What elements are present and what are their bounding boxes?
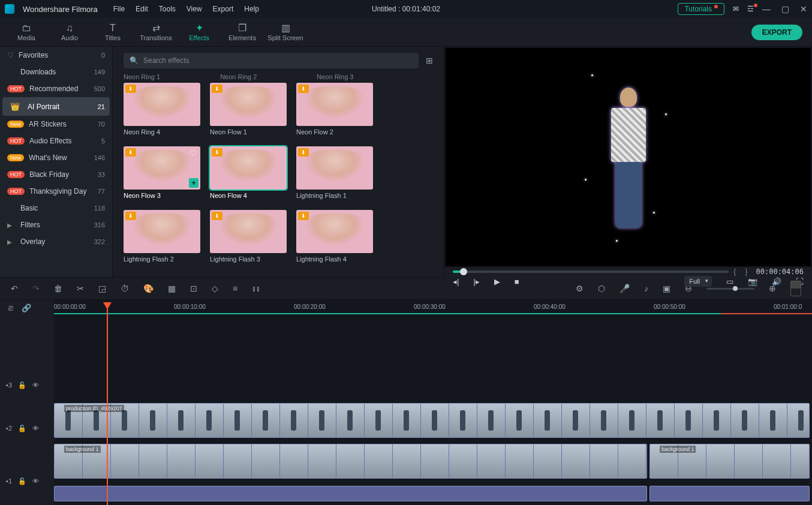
menu-export[interactable]: Export xyxy=(213,5,234,13)
sidebar-item-black-friday[interactable]: HOTBlack Friday33 xyxy=(0,166,112,183)
sidebar-item-favorites[interactable]: ♡Favorites0 xyxy=(0,47,112,64)
split-icon[interactable]: ✂ xyxy=(77,284,84,293)
auto-ripple-toggle[interactable] xyxy=(790,281,801,296)
sidebar-item-recommended[interactable]: HOTRecommended500 xyxy=(0,80,112,97)
audio-wave-icon[interactable]: ⫾⫾ xyxy=(252,284,260,293)
sidebar-item-ai-portrait[interactable]: 👑AI Portrait21 xyxy=(2,97,110,116)
undo-icon[interactable]: ↶ xyxy=(11,284,18,293)
minimize-icon[interactable]: — xyxy=(762,4,771,14)
effect-neon-flow-2[interactable]: ⬇ Neon Flow 2 xyxy=(296,83,373,136)
track-header-1[interactable]: ▪1🔓👁 xyxy=(0,473,54,489)
menu-edit[interactable]: Edit xyxy=(136,5,148,13)
nav-tab-titles[interactable]: TTitles xyxy=(91,18,134,47)
manage-tracks-icon[interactable]: ⎚ xyxy=(8,303,13,312)
nav-tab-transitions[interactable]: ⇄Transitions xyxy=(134,18,178,47)
lock-icon[interactable]: 🔓 xyxy=(18,381,26,389)
nav-tab-media[interactable]: 🗀Media xyxy=(5,18,48,47)
eye-icon[interactable]: 👁 xyxy=(32,425,39,432)
effect-neon-flow-3[interactable]: ⬇ ♡+ Neon Flow 3 xyxy=(124,146,200,199)
delete-icon[interactable]: 🗑 xyxy=(54,284,62,293)
add-effect-button[interactable]: + xyxy=(189,178,199,188)
nav-tab-effects[interactable]: ✦Effects xyxy=(178,18,221,47)
stop-button[interactable]: ■ xyxy=(515,277,519,286)
clip-background-2[interactable]: ▶ background 1 xyxy=(649,444,810,479)
sidebar-item-ar-stickers[interactable]: NewAR Stickers70 xyxy=(0,116,112,133)
snap-icon[interactable]: ▣ xyxy=(663,284,670,293)
playhead[interactable] xyxy=(107,302,108,505)
menu-file[interactable]: File xyxy=(113,5,125,13)
nav-tab-split-screen[interactable]: ▥Split Screen xyxy=(264,18,307,47)
clip-audio-2[interactable] xyxy=(649,486,810,501)
redo-icon[interactable]: ↷ xyxy=(32,284,40,293)
effect-lightning-flash-1[interactable]: ⬇ Lightning Flash 1 xyxy=(296,146,373,199)
clip-audio-1[interactable] xyxy=(54,486,647,501)
sidebar-item-basic[interactable]: Basic118 xyxy=(0,200,112,217)
menu-bar: File Edit Tools View Export Help xyxy=(113,5,259,13)
link-toggle-icon[interactable]: 🔗 xyxy=(22,303,31,312)
effect-lightning-flash-3[interactable]: ⬇ Lightning Flash 3 xyxy=(210,210,287,263)
menu-tools[interactable]: Tools xyxy=(159,5,176,13)
sidebar-item-thanksgiving-day[interactable]: HOTThanksgiving Day77 xyxy=(0,183,112,200)
adjust-icon[interactable]: ≡ xyxy=(233,284,237,293)
keyframe-icon[interactable]: ◇ xyxy=(212,284,218,293)
nav-tabs: 🗀Media♫AudioTTitles⇄Transitions✦Effects❐… xyxy=(0,18,812,47)
audio-mixer-icon[interactable]: ♪ xyxy=(644,284,648,293)
effect-neon-flow-1[interactable]: ⬇ Neon Flow 1 xyxy=(210,83,287,136)
play-button[interactable]: ▶ xyxy=(494,277,500,286)
zoom-slider[interactable] xyxy=(706,288,754,290)
clip-label: background 1 xyxy=(660,446,696,453)
lock-icon[interactable]: 🔓 xyxy=(18,425,26,432)
export-button[interactable]: EXPORT xyxy=(751,25,802,40)
menu-view[interactable]: View xyxy=(187,5,202,13)
menu-help[interactable]: Help xyxy=(244,5,259,13)
zoom-in-icon[interactable]: ⊕ xyxy=(769,284,776,293)
next-frame-button[interactable]: |▸ xyxy=(473,277,479,286)
timeline-ruler[interactable]: 00:00:00:0000:00:10:0000:00:20:0000:00:3… xyxy=(54,303,812,318)
sidebar-item-audio-effects[interactable]: HOTAudio Effects5 xyxy=(0,133,112,149)
sidebar-item-filters[interactable]: ▶Filters316 xyxy=(0,217,112,233)
render-icon[interactable]: ⚙ xyxy=(576,284,584,293)
speed-icon[interactable]: ⏱ xyxy=(121,284,129,293)
greenscreen-icon[interactable]: ▦ xyxy=(168,284,176,293)
eye-icon[interactable]: 👁 xyxy=(32,381,39,389)
mail-icon[interactable]: ✉ xyxy=(733,5,739,13)
snapshot-icon[interactable]: 📷 xyxy=(748,277,757,286)
effect-neon-ring-4[interactable]: ⬇ Neon Ring 4 xyxy=(124,83,200,136)
tutorials-button[interactable]: Tutorials xyxy=(678,3,724,15)
mark-in-out-icon[interactable]: { } xyxy=(733,267,751,276)
prev-frame-button[interactable]: ◂| xyxy=(453,277,459,286)
maximize-icon[interactable]: ▢ xyxy=(781,4,789,14)
sidebar-item-overlay[interactable]: ▶Overlay322 xyxy=(0,233,112,250)
motion-track-icon[interactable]: ⊡ xyxy=(190,284,197,293)
marker-icon[interactable]: ⬡ xyxy=(598,284,605,293)
preview-video[interactable] xyxy=(446,48,811,266)
color-icon[interactable]: 🎨 xyxy=(143,284,154,293)
tasklist-icon[interactable]: ☲ xyxy=(747,5,754,13)
close-icon[interactable]: ✕ xyxy=(800,4,807,14)
track-header-3[interactable]: ▪3🔓👁 xyxy=(0,377,54,393)
display-icon[interactable]: ▭ xyxy=(726,277,733,286)
sidebar-item-downloads[interactable]: Downloads149 xyxy=(0,64,112,80)
clip-video[interactable]: ▶ production ID_4929207 xyxy=(54,403,810,438)
effects-sidebar[interactable]: ♡Favorites0Downloads149HOTRecommended500… xyxy=(0,47,113,277)
search-input[interactable]: 🔍 Search effects xyxy=(124,53,419,68)
track-header-2[interactable]: ▪2🔓👁 xyxy=(0,420,54,437)
quality-select[interactable]: Full xyxy=(684,276,712,287)
eye-icon[interactable]: 👁 xyxy=(32,477,39,485)
favorite-icon[interactable]: ♡ xyxy=(190,149,197,158)
effect-lightning-flash-2[interactable]: ⬇ Lightning Flash 2 xyxy=(124,210,200,263)
effect-neon-flow-4[interactable]: ⬇ Neon Flow 4 xyxy=(210,146,287,199)
seek-slider[interactable] xyxy=(453,270,729,273)
voiceover-icon[interactable]: 🎤 xyxy=(619,284,630,293)
crop-icon[interactable]: ◲ xyxy=(98,284,106,293)
nav-tab-elements[interactable]: ❐Elements xyxy=(221,18,264,47)
lock-icon[interactable]: 🔓 xyxy=(18,477,26,485)
grid-view-icon[interactable]: ⊞ xyxy=(426,56,433,65)
effect-lightning-flash-4[interactable]: ⬇ Lightning Flash 4 xyxy=(296,210,373,263)
timeline[interactable]: ⎚ 🔗 ▪3🔓👁 ▪2🔓👁 ▪1🔓👁 00:00:00:0000:00:10:0… xyxy=(0,300,812,505)
collapse-sidebar-icon[interactable]: ◀ xyxy=(112,155,113,173)
nav-tab-audio[interactable]: ♫Audio xyxy=(48,18,91,47)
sidebar-item-what-s-new[interactable]: NewWhat's New146 xyxy=(0,149,112,166)
seek-thumb[interactable] xyxy=(460,268,467,275)
clip-background-1[interactable]: ▶ background 1 xyxy=(54,444,647,479)
